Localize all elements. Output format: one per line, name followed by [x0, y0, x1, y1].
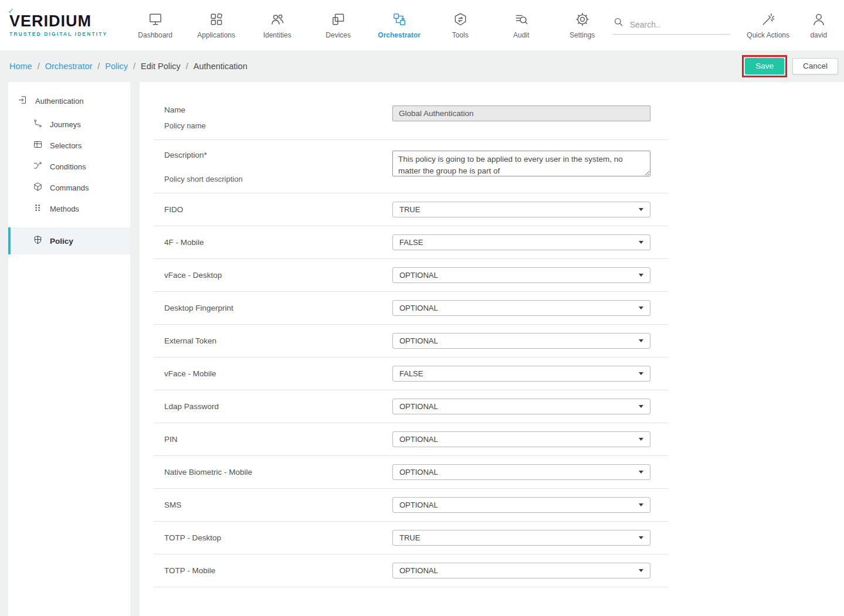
- description-textarea[interactable]: This policy is going to be applied to ev…: [392, 151, 650, 176]
- totp-desktop-select[interactable]: TRUE: [392, 530, 650, 546]
- breadcrumb-edit-policy: Edit Policy: [141, 62, 181, 71]
- chevron-down-icon: [639, 471, 643, 474]
- top-navigation-bar: VERIDIUM TRUSTED DIGITAL IDENTITY Dashbo…: [0, 0, 844, 50]
- sidebar-item-label: Commands: [50, 183, 89, 192]
- orchestrator-icon: [392, 11, 407, 27]
- desktop-fingerprint-label: Desktop Fingerprint: [164, 304, 392, 312]
- vface-mobile-field-row: vFace - Mobile FALSE: [154, 358, 669, 390]
- desktop-fingerprint-select[interactable]: OPTIONAL: [392, 300, 650, 316]
- sidebar-item-label: Selectors: [50, 141, 82, 150]
- sidebar-item-selectors[interactable]: Selectors: [8, 135, 130, 156]
- sidebar-item-commands[interactable]: Commands: [8, 177, 130, 198]
- nav-devices[interactable]: Devices: [308, 11, 369, 39]
- edit-policy-form: Name Policy name Description* Policy sho…: [140, 82, 844, 616]
- totp-mobile-field-row: TOTP - Mobile OPTIONAL: [154, 554, 669, 587]
- native-biometric-mobile-select[interactable]: OPTIONAL: [392, 464, 650, 480]
- chevron-down-icon: [639, 208, 643, 211]
- native-biometric-mobile-label: Native Biometric - Mobile: [164, 468, 392, 477]
- pin-select[interactable]: OPTIONAL: [392, 431, 650, 447]
- veridium-logo[interactable]: VERIDIUM TRUSTED DIGITAL IDENTITY: [9, 13, 125, 37]
- 4f-mobile-label: 4F - Mobile: [164, 238, 392, 247]
- cancel-button[interactable]: Cancel: [792, 58, 838, 74]
- breadcrumb-separator: /: [97, 62, 100, 71]
- user-avatar-icon: [811, 11, 826, 27]
- select-value: OPTIONAL: [399, 468, 438, 477]
- sidebar-item-journeys[interactable]: Journeys: [8, 114, 130, 135]
- sms-select[interactable]: OPTIONAL: [392, 497, 650, 513]
- select-value: OPTIONAL: [399, 435, 438, 444]
- vface-desktop-field-row: vFace - Desktop OPTIONAL: [154, 259, 669, 292]
- name-input[interactable]: [392, 105, 650, 121]
- nav-tools[interactable]: Tools: [430, 11, 491, 39]
- totp-mobile-select[interactable]: OPTIONAL: [392, 563, 650, 578]
- breadcrumb-separator: /: [186, 62, 188, 71]
- nav-label: Tools: [452, 31, 469, 39]
- select-value: OPTIONAL: [399, 336, 438, 345]
- user-menu[interactable]: david: [804, 11, 833, 39]
- vface-mobile-select[interactable]: FALSE: [392, 366, 650, 382]
- external-token-label: External Token: [164, 336, 392, 345]
- nav-audit[interactable]: Audit: [491, 11, 552, 39]
- external-token-select[interactable]: OPTIONAL: [392, 333, 650, 349]
- nav-label: Audit: [513, 31, 529, 39]
- shield-icon: [33, 235, 43, 247]
- search-input[interactable]: [629, 19, 730, 30]
- sidebar-item-label: Conditions: [50, 162, 86, 171]
- route-icon: [33, 118, 43, 130]
- select-value: OPTIONAL: [399, 501, 438, 509]
- vface-desktop-select[interactable]: OPTIONAL: [392, 267, 650, 283]
- search-icon: [613, 16, 624, 30]
- fido-field-row: FIDO TRUE: [154, 193, 669, 226]
- name-field-row: Name Policy name: [154, 95, 669, 140]
- pin-label: PIN: [164, 435, 392, 444]
- nav-settings[interactable]: Settings: [552, 11, 613, 39]
- name-hint: Policy name: [164, 121, 392, 130]
- chevron-down-icon: [639, 438, 643, 441]
- nav-dashboard[interactable]: Dashboard: [125, 11, 186, 39]
- external-token-field-row: External Token OPTIONAL: [154, 325, 669, 358]
- nav-label: Applications: [197, 31, 235, 39]
- devices-icon: [331, 11, 346, 27]
- breadcrumb: Home / Orchestrator / Policy / Edit Poli…: [9, 62, 248, 71]
- dashboard-icon: [148, 11, 163, 27]
- quick-actions-button[interactable]: Quick Actions: [745, 11, 791, 39]
- save-button[interactable]: Save: [745, 58, 784, 74]
- breadcrumb-bar: Home / Orchestrator / Policy / Edit Poli…: [0, 50, 844, 82]
- description-label: Description*: [164, 151, 392, 159]
- breadcrumb-policy[interactable]: Policy: [105, 62, 128, 71]
- sidebar-item-methods[interactable]: Methods: [8, 198, 130, 219]
- breadcrumb-home[interactable]: Home: [9, 62, 32, 71]
- dots-grid-icon: [33, 203, 43, 215]
- page-actions: Save Cancel: [742, 55, 838, 77]
- sms-label: SMS: [164, 501, 392, 509]
- sidebar-item-label: Journeys: [50, 120, 81, 129]
- breadcrumb-separator: /: [133, 62, 135, 71]
- nav-identities[interactable]: Identities: [247, 11, 308, 39]
- select-value: OPTIONAL: [399, 304, 438, 312]
- sidebar-item-conditions[interactable]: Conditions: [8, 156, 130, 177]
- nav-orchestrator[interactable]: Orchestrator: [369, 11, 430, 39]
- main-nav: Dashboard Applications Identities Device…: [125, 11, 613, 39]
- logo-text: VERIDIUM: [9, 12, 91, 30]
- chevron-down-icon: [639, 569, 643, 572]
- chevron-down-icon: [639, 503, 643, 506]
- chevron-down-icon: [639, 339, 643, 342]
- sidebar-header-authentication[interactable]: Authentication: [8, 88, 130, 114]
- nav-applications[interactable]: Applications: [186, 11, 247, 39]
- select-value: FALSE: [399, 238, 423, 247]
- breadcrumb-orchestrator[interactable]: Orchestrator: [45, 62, 93, 71]
- save-highlight-annotation: Save: [742, 55, 787, 77]
- breadcrumb-separator: /: [38, 62, 40, 71]
- chevron-down-icon: [639, 307, 643, 309]
- select-value: FALSE: [399, 369, 423, 378]
- sidebar-item-policy-active[interactable]: Policy: [8, 227, 130, 254]
- totp-desktop-label: TOTP - Desktop: [164, 533, 392, 542]
- vface-desktop-label: vFace - Desktop: [164, 271, 392, 280]
- 4f-mobile-select[interactable]: FALSE: [392, 234, 650, 250]
- nav-label: Orchestrator: [378, 31, 421, 39]
- chevron-down-icon: [639, 372, 643, 375]
- fido-select[interactable]: TRUE: [392, 202, 650, 217]
- ldap-password-select[interactable]: OPTIONAL: [392, 399, 650, 414]
- select-value: OPTIONAL: [399, 402, 438, 411]
- quick-actions-label: Quick Actions: [747, 31, 789, 39]
